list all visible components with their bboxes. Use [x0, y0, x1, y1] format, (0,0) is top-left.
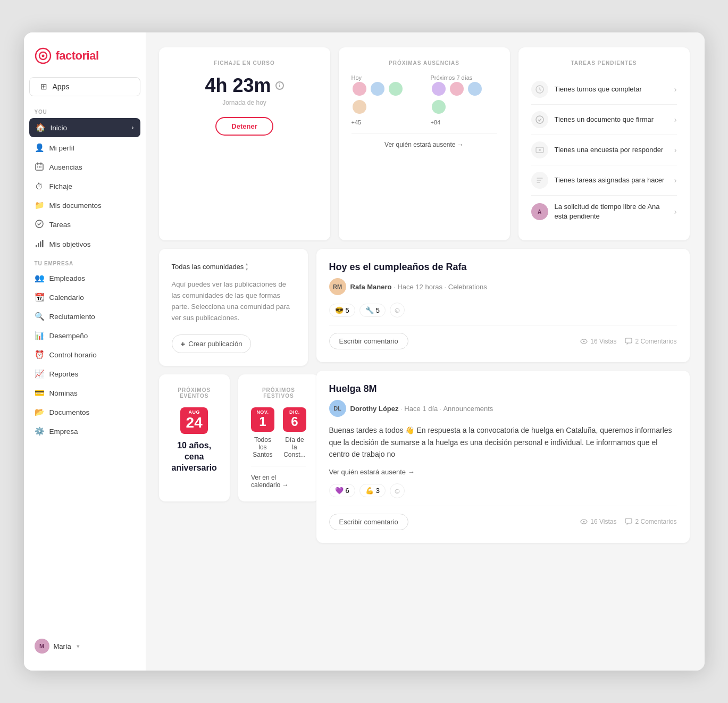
post2-reaction-btn-0[interactable]: 💜 6	[329, 484, 355, 497]
sidebar-item-label-empleados: Empleados	[49, 274, 86, 282]
sidebar: factorial ⊞ Apps YOU 🏠 Inicio › 👤 Mi per…	[24, 32, 146, 671]
calendario-icon: 📆	[35, 292, 44, 302]
comment-button-0[interactable]: Escribir comentario	[329, 333, 408, 349]
post1-comments: 2 Comentarios	[625, 338, 676, 345]
documentos-icon: 📁	[35, 200, 44, 210]
evento-name: 10 años, cena aniversario	[172, 440, 217, 473]
post2-reaction-btn-1[interactable]: 💪 3	[359, 484, 386, 497]
comunidades-selector[interactable]: Todas las comunidades ▴ ▾	[172, 262, 248, 272]
tarea-item-3[interactable]: Tienes tareas asignadas para hacer ›	[531, 165, 677, 196]
sidebar-item-control[interactable]: ⏰ Control horario	[24, 345, 146, 364]
post2-avatar: DL	[329, 400, 346, 417]
eventos-card: PRÓXIMOS EVENTOS AUG 24 10 años, cena an…	[159, 374, 230, 501]
tarea-icon-4: A	[531, 203, 548, 220]
sidebar-item-label-calendario: Calendario	[49, 294, 84, 302]
control-icon: ⏰	[35, 350, 44, 359]
sidebar-item-tareas[interactable]: Tareas	[24, 215, 146, 235]
sidebar-item-calendario[interactable]: 📆 Calendario	[24, 288, 146, 307]
sidebar-item-reportes[interactable]: 📈 Reportes	[24, 364, 146, 383]
sidebar-item-label-tareas: Tareas	[49, 221, 71, 229]
apps-button[interactable]: ⊞ Apps	[29, 77, 140, 96]
tarea-arrow-1: ›	[674, 115, 677, 124]
left-cards: Todas las comunidades ▴ ▾ Aquí puedes ve…	[159, 249, 308, 542]
festivo-badge-1: DIC. 6	[283, 407, 306, 432]
post2-link[interactable]: Ver quién estará ausente →	[329, 468, 677, 476]
sidebar-item-desempeno[interactable]: 📊 Desempeño	[24, 326, 146, 345]
svg-point-17	[583, 340, 585, 342]
tareas-title: TAREAS PENDIENTES	[531, 60, 677, 66]
comunidades-arrows-icon: ▴ ▾	[246, 262, 248, 272]
sidebar-item-label-objetivos: Mis objetivos	[49, 240, 91, 248]
post1-reactions: 😎 5 🔧 5 ☺	[329, 303, 677, 317]
comment-icon	[625, 338, 632, 345]
tarea-arrow-2: ›	[674, 146, 677, 154]
tarea-item-4[interactable]: A La solicitud de tiempo libre de Ana es…	[531, 196, 677, 228]
sidebar-item-fichaje[interactable]: ⏱ Fichaje	[24, 177, 146, 196]
sidebar-item-empresa[interactable]: ⚙️ Empresa	[24, 422, 146, 441]
user-menu-chevron: ▾	[77, 643, 80, 650]
tarea-item-2[interactable]: Tienes una encuesta por responder ›	[531, 135, 677, 165]
add-reaction-button-1[interactable]: ☺	[390, 483, 405, 498]
ausencias-cols: Hoy +45 Próximos 7 días	[352, 74, 497, 125]
eye-icon-2	[580, 518, 588, 525]
comunidades-empty-text: Aquí puedes ver las publicaciones de las…	[172, 279, 295, 323]
avatar	[431, 81, 447, 97]
svg-rect-6	[40, 166, 41, 168]
svg-rect-5	[39, 166, 40, 168]
reportes-icon: 📈	[35, 369, 44, 379]
tarea-item-0[interactable]: Tienes turnos que completar ›	[531, 74, 677, 105]
sidebar-item-ausencias[interactable]: Ausencias	[24, 157, 146, 177]
reaction-btn-1[interactable]: 🔧 5	[359, 304, 386, 317]
tareas-nav-icon	[35, 220, 44, 230]
post2-body: Buenas tardes a todos 👋 En respuesta a l…	[329, 424, 677, 460]
festivos-link[interactable]: Ver en el calendario →	[251, 466, 306, 489]
sidebar-item-doc-empresa[interactable]: 📂 Documentos	[24, 403, 146, 422]
festivo-badge-0: NOV. 1	[251, 407, 274, 432]
user-menu[interactable]: M María ▾	[24, 632, 146, 660]
ausencias-link[interactable]: Ver quién estará ausente →	[352, 133, 497, 148]
post2-reaction-count-0: 6	[346, 487, 349, 495]
svg-rect-11	[42, 240, 44, 247]
fichaje-subtitle: Jornada de hoy	[172, 99, 317, 106]
sidebar-item-label-reclutamiento: Reclutamiento	[49, 313, 95, 321]
sidebar-item-documentos[interactable]: 📁 Mis documentos	[24, 196, 146, 215]
tarea-text-0: Tienes turnos que completar	[555, 85, 668, 94]
post2-footer: Escribir comentario 16 Vistas 2 Comentar…	[329, 506, 677, 530]
section-empresa-label: TU EMPRESA	[24, 254, 146, 269]
sidebar-item-label-desempeno: Desempeño	[49, 332, 88, 340]
sidebar-item-reclutamiento[interactable]: 🔍 Reclutamiento	[24, 307, 146, 326]
svg-rect-8	[36, 245, 37, 247]
post2-reactions: 💜 6 💪 3 ☺	[329, 483, 677, 498]
festivo-item-0: NOV. 1 Todos los Santos	[251, 407, 274, 458]
crear-publicacion-button[interactable]: + Crear publicación	[172, 334, 252, 353]
post1-stats: 16 Vistas 2 Comentarios	[580, 338, 676, 345]
post1-views-text: 16 Vistas	[590, 338, 616, 345]
post1-author: Rafa Manero	[350, 283, 392, 291]
sidebar-item-inicio[interactable]: 🏠 Inicio ›	[29, 118, 140, 137]
comment-icon-2	[625, 518, 632, 525]
reaction-btn-0[interactable]: 😎 5	[329, 304, 355, 317]
post1-meta-text: Rafa Manero · Hace 12 horas · Celebratio…	[350, 283, 487, 291]
desempeno-icon: 📊	[35, 331, 44, 340]
sidebar-item-label-reportes: Reportes	[49, 370, 79, 378]
sidebar-item-objetivos[interactable]: Mis objetivos	[24, 235, 146, 254]
tareas-card: TAREAS PENDIENTES Tienes turnos que comp…	[518, 47, 690, 240]
add-reaction-button-0[interactable]: ☺	[390, 303, 405, 317]
svg-point-13	[536, 116, 543, 123]
festivo-day-0: 1	[259, 415, 266, 429]
detener-button[interactable]: Detener	[215, 117, 273, 136]
sidebar-item-nominas[interactable]: 💳 Nóminas	[24, 383, 146, 403]
comment-button-1[interactable]: Escribir comentario	[329, 514, 408, 530]
info-icon[interactable]: i	[275, 81, 284, 90]
apps-icon: ⊞	[40, 82, 47, 91]
reaction-count-1: 5	[376, 306, 380, 314]
sidebar-item-empleados[interactable]: 👥 Empleados	[24, 269, 146, 288]
reaction-emoji-1: 🔧	[365, 306, 374, 314]
tarea-item-1[interactable]: Tienes un documento que firmar ›	[531, 105, 677, 135]
post2-stats: 16 Vistas 2 Comentarios	[580, 518, 676, 525]
post1-views: 16 Vistas	[580, 338, 616, 345]
post1-comments-text: 2 Comentarios	[635, 338, 676, 345]
post2-comments-text: 2 Comentarios	[635, 518, 676, 525]
festivos-list: NOV. 1 Todos los Santos DIC. 6 Dí	[251, 407, 306, 458]
sidebar-item-perfil[interactable]: 👤 Mi perfil	[24, 138, 146, 157]
